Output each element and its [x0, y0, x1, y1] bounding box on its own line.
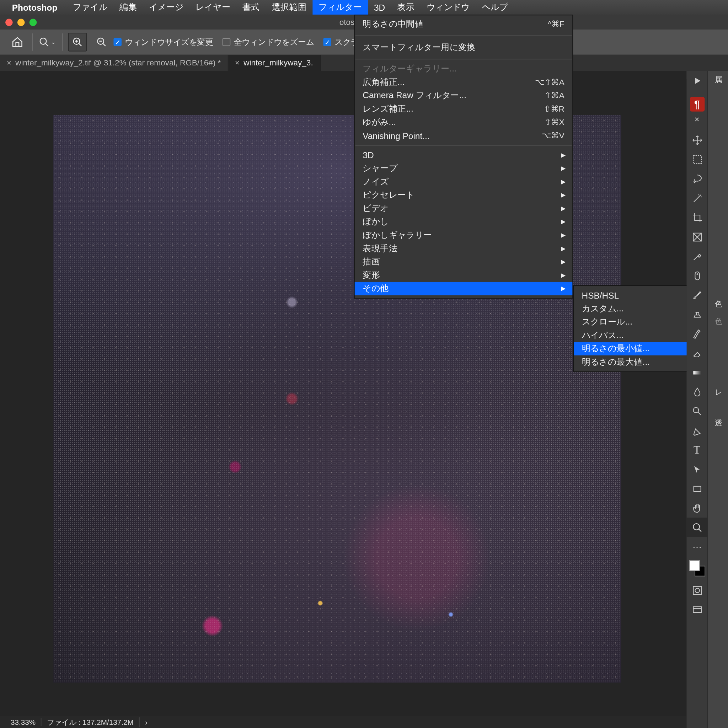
pen-tool-icon[interactable] — [687, 421, 707, 440]
minimize-window-icon[interactable] — [17, 18, 25, 26]
opt-resize-windows[interactable]: ✓ ウィンドウサイズを変更 — [113, 36, 213, 47]
filter-menu-dropdown: 明るさの中間値 ^⌘F スマートフィルター用に変換 フィルターギャラリー... … — [354, 15, 573, 298]
zoom-out-icon[interactable] — [92, 33, 111, 52]
home-icon[interactable] — [8, 33, 27, 52]
menu-item-render[interactable]: 描画 — [355, 255, 573, 269]
zoom-in-icon[interactable] — [68, 33, 87, 52]
submenu-item-custom[interactable]: カスタム... — [574, 302, 690, 315]
menu-item-stylize[interactable]: 表現手法 — [355, 242, 573, 255]
menu-item-other[interactable]: その他 — [355, 282, 573, 295]
divider — [62, 34, 63, 51]
blur-tool-icon[interactable] — [687, 382, 707, 401]
color-swatches[interactable] — [689, 560, 705, 576]
dodge-tool-icon[interactable] — [687, 401, 707, 421]
submenu-item-hsb[interactable]: HSB/HSL — [574, 289, 690, 302]
opt-resize-windows-label: ウィンドウサイズを変更 — [125, 36, 213, 47]
clone-stamp-tool-icon[interactable] — [687, 304, 707, 324]
eyedropper-tool-icon[interactable] — [687, 246, 707, 266]
opt-zoom-all[interactable]: 全ウィンドウをズーム — [223, 36, 314, 47]
close-window-icon[interactable] — [5, 18, 13, 26]
panel-tab[interactable]: 属 — [708, 71, 728, 88]
hand-tool-icon[interactable] — [687, 499, 707, 518]
frame-tool-icon[interactable] — [687, 227, 707, 246]
menu-item-camera-raw[interactable]: Camera Raw フィルター...⇧⌘A — [355, 89, 573, 102]
screen-mode-icon[interactable] — [687, 600, 707, 619]
svg-rect-12 — [693, 606, 701, 612]
brush-tool-icon[interactable] — [687, 285, 707, 304]
app-name[interactable]: Photoshop — [12, 3, 58, 12]
menu-layer[interactable]: レイヤー — [190, 0, 236, 15]
menu-item-vanishing-point[interactable]: Vanishing Point...⌥⌘V — [355, 129, 573, 142]
eraser-tool-icon[interactable] — [687, 343, 707, 362]
status-menu-icon[interactable]: › — [140, 718, 153, 726]
document-size[interactable]: ファイル : 137.2M/137.2M — [41, 717, 140, 727]
menu-item-sharpen[interactable]: シャープ — [355, 162, 573, 175]
document-tab[interactable]: × winter_milkyway_2.tif @ 31.2% (star re… — [0, 55, 228, 71]
document-tab[interactable]: × winter_milkyway_3. — [228, 55, 320, 71]
document-tab-label: winter_milkyway_2.tif @ 31.2% (star remo… — [15, 58, 221, 67]
svg-point-7 — [693, 407, 698, 412]
close-tab-icon[interactable]: × — [7, 58, 11, 67]
checkbox-on-icon[interactable]: ✓ — [113, 38, 122, 46]
zoom-tool-icon[interactable] — [687, 518, 707, 537]
panel-tab[interactable]: 色 — [708, 312, 728, 330]
zoom-level[interactable]: 33.33% — [5, 718, 41, 726]
zoom-tool-preset-icon[interactable]: ⌄ — [38, 33, 57, 52]
menu-image[interactable]: イメージ — [143, 0, 190, 15]
rectangle-tool-icon[interactable] — [687, 479, 707, 498]
path-select-tool-icon[interactable] — [687, 460, 707, 479]
menu-item-distort[interactable]: 変形 — [355, 268, 573, 282]
menu-window[interactable]: ウィンドウ — [421, 0, 476, 15]
paragraph-panel-icon[interactable]: ¶ — [690, 97, 704, 111]
gradient-tool-icon[interactable] — [687, 362, 707, 382]
menu-item-liquify[interactable]: ゆがみ...⇧⌘X — [355, 116, 573, 129]
menu-item-lens-correction[interactable]: レンズ補正...⇧⌘R — [355, 102, 573, 116]
close-panel-icon[interactable]: × — [687, 113, 707, 125]
submenu-item-highpass[interactable]: ハイパス... — [574, 329, 690, 342]
checkbox-off-icon[interactable] — [223, 38, 231, 46]
lasso-tool-icon[interactable] — [687, 169, 707, 188]
menu-3d[interactable]: 3D — [368, 0, 391, 15]
svg-point-9 — [693, 523, 699, 530]
menu-item-blur[interactable]: ぼかし — [355, 215, 573, 229]
quick-mask-icon[interactable] — [687, 581, 707, 600]
submenu-item-minimum[interactable]: 明るさの最小値... — [574, 342, 690, 355]
panel-tab[interactable]: 透 — [708, 414, 728, 431]
foreground-color-swatch[interactable] — [689, 560, 700, 571]
menu-item-last-filter[interactable]: 明るさの中間値 ^⌘F — [355, 15, 573, 33]
traffic-lights — [5, 18, 37, 26]
marquee-tool-icon[interactable] — [687, 150, 707, 169]
menu-edit[interactable]: 編集 — [113, 0, 143, 15]
menu-item-blur-gallery[interactable]: ぼかしギャラリー — [355, 229, 573, 242]
menu-select[interactable]: 選択範囲 — [266, 0, 313, 15]
edit-toolbar-icon[interactable]: ⋯ — [687, 537, 707, 556]
menu-item-smart-filter[interactable]: スマートフィルター用に変換 — [355, 39, 573, 56]
crop-tool-icon[interactable] — [687, 208, 707, 227]
close-tab-icon[interactable]: × — [235, 58, 240, 67]
menu-item-noise[interactable]: ノイズ — [355, 175, 573, 188]
magic-wand-tool-icon[interactable] — [687, 188, 707, 208]
menu-type[interactable]: 書式 — [236, 0, 266, 15]
menu-item-3d[interactable]: 3D — [355, 148, 573, 162]
move-tool-icon[interactable] — [687, 130, 707, 149]
submenu-item-maximum[interactable]: 明るさの最大値... — [574, 355, 690, 369]
menu-item-video[interactable]: ビデオ — [355, 202, 573, 215]
menu-item-wide-angle[interactable]: 広角補正...⌥⇧⌘A — [355, 75, 573, 89]
panel-tab[interactable]: 色 — [708, 295, 728, 313]
history-brush-tool-icon[interactable] — [687, 324, 707, 343]
menu-file[interactable]: ファイル — [67, 0, 114, 15]
menu-separator — [355, 35, 572, 36]
checkbox-on-icon[interactable]: ✓ — [323, 38, 331, 46]
tool-strip: ¶ × T ⋯ — [687, 71, 707, 728]
submenu-item-scroll[interactable]: スクロール... — [574, 315, 690, 329]
type-tool-icon[interactable]: T — [687, 440, 707, 459]
menu-help[interactable]: ヘルプ — [476, 0, 514, 15]
menu-item-pixelate[interactable]: ピクセレート — [355, 188, 573, 202]
panel-tab[interactable]: レ — [708, 384, 728, 401]
healing-brush-tool-icon[interactable] — [687, 266, 707, 285]
zoom-window-icon[interactable] — [29, 18, 37, 26]
play-action-icon[interactable] — [687, 71, 707, 90]
svg-rect-5 — [694, 272, 699, 280]
menu-view[interactable]: 表示 — [391, 0, 421, 15]
menu-filter[interactable]: フィルター — [312, 0, 368, 15]
